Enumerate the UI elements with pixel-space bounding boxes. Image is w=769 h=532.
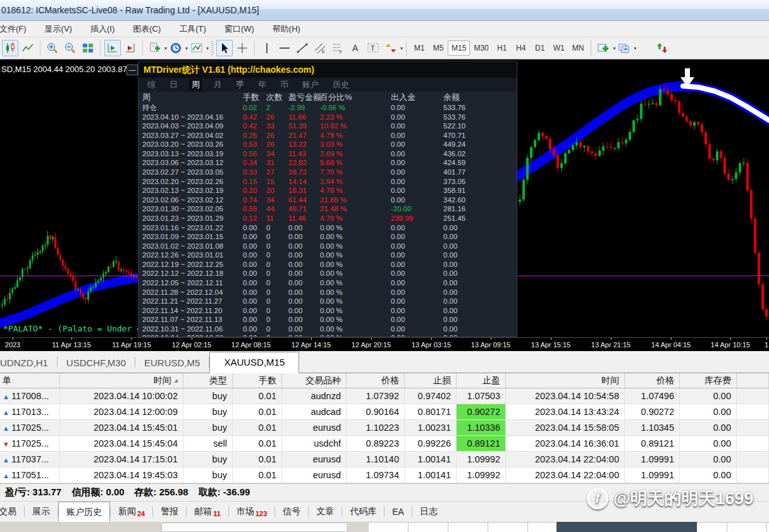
horizontal-line-icon[interactable]	[276, 40, 293, 56]
zoom-out-icon[interactable]	[62, 40, 78, 56]
arrows-icon[interactable]	[383, 40, 399, 56]
text-icon[interactable]: A	[347, 40, 364, 56]
terminal-tab-交易[interactable]: 交易	[0, 502, 24, 521]
buy-sell-arrows-icon[interactable]	[654, 40, 670, 56]
terminal-tab-邮箱[interactable]: 邮箱11	[187, 502, 228, 521]
terminal-tab-市场[interactable]: 市场123	[229, 502, 274, 521]
candlestick-chart-icon[interactable]	[2, 40, 18, 56]
stats-tab-月[interactable]: 月	[211, 78, 225, 91]
terminal-tab-账户历史[interactable]: 账户历史	[58, 502, 110, 523]
cell-close-time: 2023.04.14 13:43:24	[506, 404, 625, 419]
header-cell-take-profit[interactable]: 止盈	[457, 373, 506, 388]
stats-cell-percent: 10.92 %	[320, 121, 347, 131]
stats-tab-季[interactable]: 季	[233, 78, 247, 91]
header-cell-open-price[interactable]: 价格	[347, 373, 405, 388]
timeframe-clock-dropdown-icon[interactable]: ▾	[185, 46, 188, 51]
terminal-tab-代码库[interactable]: 代码库	[342, 502, 384, 521]
crosshair-icon[interactable]	[234, 40, 250, 56]
terminal-tab-警报[interactable]: 警报	[153, 502, 186, 521]
header-cell-swap[interactable]: 库存费	[680, 373, 737, 388]
order-row[interactable]: ▲117008...2023.04.14 10:00:02buy0.01audn…	[0, 388, 769, 404]
auto-scroll-icon[interactable]	[104, 40, 121, 56]
header-cell-symbol[interactable]: 交易品种	[282, 373, 347, 388]
stats-cell-profit: 0.00	[288, 325, 302, 334]
terminal-tab-EA[interactable]: EA	[384, 503, 412, 521]
timeframe-button-H4[interactable]: H4	[512, 40, 531, 56]
header-cell-order-id[interactable]: 单	[0, 373, 60, 388]
order-row[interactable]: ▼117025...2023.04.14 15:45:04sell0.01usd…	[0, 436, 769, 452]
header-cell-close-time[interactable]: 时间	[506, 373, 625, 388]
zoom-in-icon[interactable]	[44, 40, 61, 56]
terminal-tab-信号[interactable]: 信号	[275, 502, 308, 521]
header-cell-open-time[interactable]: 时间◢	[60, 373, 183, 388]
arrows-dropdown-icon[interactable]: ▾	[400, 46, 403, 51]
indicators-dropdown-icon[interactable]: ▾	[206, 46, 209, 51]
new-order-dropdown-icon[interactable]: ▾	[164, 46, 167, 51]
vertical-line-icon[interactable]	[259, 40, 275, 56]
header-cell-lots[interactable]: 手数	[233, 373, 282, 388]
stats-cell-balance: 436.02	[443, 149, 465, 159]
chart-shift-icon[interactable]	[122, 40, 138, 56]
title-bar[interactable]: 018612: ICMarketsSC-Live08 - Raw Trading…	[0, 0, 769, 21]
chart-tab-AUDNZD,H1[interactable]: AUDNZD,H1	[0, 354, 57, 373]
stats-cell-range: 2023.03.20 ~ 2023.03.26	[142, 140, 223, 149]
stats-tab-历史[interactable]: 历史	[330, 78, 352, 91]
header-cell-filler[interactable]	[737, 373, 769, 388]
trendline-icon[interactable]	[294, 40, 311, 56]
menu-item-帮助H[interactable]: 帮助(H)	[263, 23, 310, 35]
stats-tab-账户[interactable]: 账户	[300, 78, 321, 91]
timeframe-clock-icon[interactable]	[168, 40, 184, 56]
menu-item-文件F[interactable]: 文件(F)	[0, 23, 36, 35]
timeframe-button-M30[interactable]: M30	[470, 40, 492, 56]
timeframe-button-H1[interactable]: H1	[493, 40, 512, 56]
timeframe-button-M5[interactable]: M5	[429, 40, 448, 56]
fibonacci-icon[interactable]: F	[329, 40, 346, 56]
timeframe-button-D1[interactable]: D1	[531, 40, 550, 56]
terminal-tab-展示[interactable]: 展示	[25, 502, 58, 521]
terminal-tab-文章[interactable]: 文章	[309, 502, 341, 521]
panel-minimize-button[interactable]: —	[126, 65, 138, 75]
header-cell-close-price[interactable]: 价格	[625, 373, 680, 388]
stats-cell-count: 26	[266, 140, 274, 149]
header-cell-type[interactable]: 类型	[183, 373, 233, 388]
order-row[interactable]: ▲117037...2023.04.14 17:15:01buy0.01euru…	[0, 452, 769, 467]
chart-tab-EURUSD,M5[interactable]: EURUSD,M5	[135, 354, 209, 373]
line-chart-icon[interactable]	[20, 40, 36, 56]
timeframe-button-M15[interactable]: M15	[448, 40, 470, 56]
timeframe-button-M1[interactable]: M1	[410, 40, 429, 56]
order-row[interactable]: ▲117013...2023.04.14 12:00:09buy0.01audc…	[0, 404, 769, 420]
indicators-icon[interactable]	[188, 40, 205, 56]
chart-area[interactable]: XAUUSD,M15 2004.44 2005.20 2003.87 2004.…	[0, 59, 769, 337]
cell-type: buy	[183, 452, 233, 467]
menu-item-显示V[interactable]: 显示(V)	[35, 23, 82, 35]
chart-profiles-dropdown-icon[interactable]: ▾	[634, 46, 636, 51]
add-chart-icon[interactable]	[595, 40, 612, 56]
add-chart-dropdown-icon[interactable]: ▾	[613, 46, 615, 51]
cursor-icon[interactable]	[216, 40, 233, 56]
terminal-tab-新闻[interactable]: 新闻24	[111, 502, 152, 521]
menu-item-窗口W[interactable]: 窗口(W)	[215, 23, 264, 35]
text-label-icon[interactable]: T	[365, 40, 381, 56]
new-order-icon[interactable]	[147, 40, 163, 56]
cell-close-price: 1.09991	[625, 467, 680, 483]
header-cell-stop-loss[interactable]: 止损	[405, 373, 457, 388]
chart-tab-USDCHF,M30[interactable]: USDCHF,M30	[58, 354, 135, 373]
chart-tab-XAUUSD,M15[interactable]: XAUUSD,M15	[209, 352, 299, 373]
time-axis[interactable]: 202311 Apr 13:1511 Apr 19:1512 Apr 02:15…	[0, 337, 769, 351]
order-row[interactable]: ▲117025...2023.04.14 15:45:01buy0.01euru…	[0, 420, 769, 436]
stats-tab-币[interactable]: 币	[278, 78, 291, 91]
order-row[interactable]: ▲117051...2023.04.14 19:45:03buy0.01euru…	[0, 467, 769, 483]
menu-item-工具T[interactable]: 工具(T)	[169, 23, 216, 35]
menu-item-图表C[interactable]: 图表(C)	[123, 23, 170, 35]
menu-item-插入I[interactable]: 插入(I)	[81, 23, 124, 35]
terminal-tab-日志[interactable]: 日志	[412, 502, 445, 521]
stats-tab-综[interactable]: 综	[145, 78, 158, 91]
chart-profiles-icon[interactable]	[616, 40, 632, 56]
equidistant-channel-icon[interactable]: E	[312, 40, 328, 56]
timeframe-button-MN[interactable]: MN	[569, 40, 588, 56]
stats-tab-日[interactable]: 日	[167, 78, 180, 91]
stats-tab-周[interactable]: 周	[189, 78, 202, 91]
tile-windows-icon[interactable]	[80, 40, 96, 56]
timeframe-button-W1[interactable]: W1	[550, 40, 569, 56]
stats-tab-年[interactable]: 年	[255, 78, 269, 91]
